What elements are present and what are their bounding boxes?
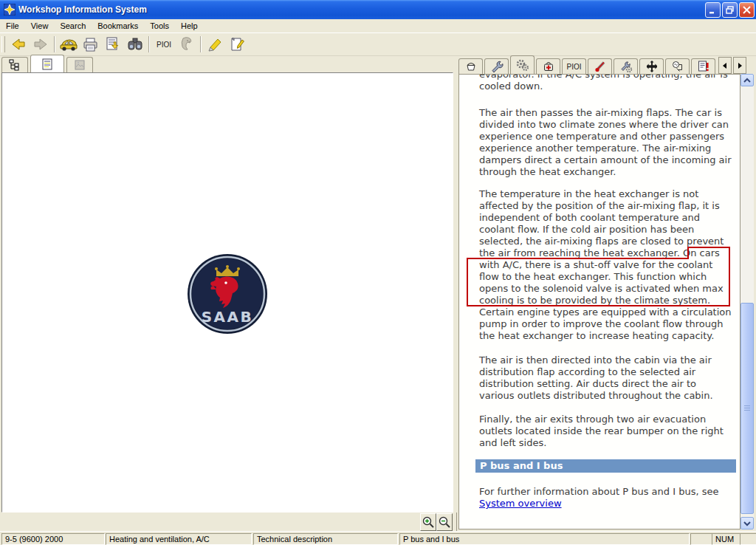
special-tools-icon (619, 60, 633, 73)
paragraph-air-mixing: The air then passes the air-mixing flaps… (479, 107, 739, 178)
pioi-button-label: PIOI (157, 41, 171, 49)
minimize-icon (708, 5, 718, 15)
back-button[interactable] (7, 34, 30, 55)
menu-help[interactable]: Help (175, 20, 204, 32)
restore-button[interactable] (722, 2, 738, 18)
system-overview-link[interactable]: System overview (479, 498, 562, 509)
vehicle-button[interactable] (58, 34, 80, 55)
status-topic: P bus and I bus (399, 533, 690, 545)
document-download-icon (104, 35, 122, 53)
thermometer-icon (594, 60, 607, 73)
tabs-scroll-right-button[interactable] (733, 57, 746, 74)
status-bar: 9-5 (9600) 2000 Heating and ventilation,… (0, 531, 756, 545)
tab-thermometer[interactable] (588, 58, 612, 74)
tab-first-aid[interactable] (536, 58, 560, 74)
tab-document-alert[interactable] (691, 58, 715, 74)
tab-tree-view[interactable] (1, 57, 28, 72)
image-view-icon (74, 59, 86, 71)
forward-button[interactable] (30, 34, 52, 55)
tab-wrench[interactable] (484, 58, 509, 74)
close-icon (742, 5, 752, 15)
highlight-button[interactable] (204, 34, 226, 55)
menu-bookmarks[interactable]: Bookmarks (92, 20, 144, 32)
pot-icon (464, 60, 478, 73)
status-resize-area (740, 533, 756, 545)
minimize-button[interactable] (705, 2, 721, 18)
forward-arrow-icon (32, 35, 49, 53)
document-tabs: PIOI (458, 56, 746, 74)
window-title: Workshop Information System (18, 4, 147, 15)
paragraph-air-evacuation: Finally, the air exits through two air e… (479, 414, 739, 449)
car-icon (59, 35, 78, 53)
saab-wordmark: SAAB (202, 308, 254, 326)
scroll-up-button[interactable] (740, 74, 754, 86)
tab-pioi[interactable]: PIOI (562, 58, 586, 74)
notes-button[interactable] (226, 34, 248, 55)
toolbar-separator (54, 36, 55, 52)
binoculars-icon (126, 35, 144, 53)
document-content: evaporator. If the A/C system is operati… (459, 75, 740, 529)
paragraph-air-distribution: The air is then directed into the cabin … (479, 354, 739, 402)
left-view-tabs (1, 56, 95, 72)
menu-bar: File View Search Bookmarks Tools Help (0, 19, 756, 33)
scroll-up-icon (743, 78, 751, 83)
document-view-icon (41, 58, 53, 70)
toolbar-grip (1, 36, 5, 52)
phone-button[interactable] (176, 34, 198, 55)
app-star-icon (4, 4, 16, 16)
back-arrow-icon (10, 35, 27, 53)
toolbar-separator (200, 36, 202, 52)
status-num-lock: NUM (712, 533, 740, 545)
paragraph-further-info: For further information about P bus and … (479, 486, 739, 510)
document-alert-icon (697, 60, 710, 73)
scroll-left-icon (721, 62, 729, 69)
status-doc-type: Technical description (253, 533, 398, 545)
document-panel: evaporator. If the A/C system is operati… (458, 74, 740, 529)
tree-view-icon (9, 59, 21, 71)
menu-search[interactable]: Search (54, 20, 92, 32)
tab-document-view[interactable] (30, 55, 64, 72)
status-section: Heating and ventilation, A/C (106, 533, 252, 545)
main-toolbar: PIOI (0, 33, 756, 56)
menu-file[interactable]: File (0, 20, 25, 32)
printer-icon (82, 35, 100, 53)
menu-tools[interactable]: Tools (144, 20, 175, 32)
paragraph-evaporator: evaporator. If the A/C system is operati… (479, 74, 739, 92)
scroll-right-icon (736, 62, 743, 69)
scrollbar-thumb[interactable] (740, 303, 754, 514)
print-button[interactable] (80, 34, 102, 55)
close-button[interactable] (739, 2, 755, 18)
restore-icon (725, 5, 735, 15)
circuit-icon (671, 60, 684, 73)
phone-icon (178, 35, 196, 53)
tab-special-tools[interactable] (614, 58, 638, 74)
zoom-in-icon (422, 515, 435, 529)
tabs-scroll-left-button[interactable] (718, 57, 732, 74)
scroll-down-button[interactable] (740, 517, 754, 529)
highlighter-icon (206, 35, 224, 53)
gears-icon (515, 58, 530, 72)
tab-circuit[interactable] (665, 58, 690, 74)
title-bar[interactable]: Workshop Information System (0, 0, 756, 19)
saab-logo: SAAB (187, 253, 268, 335)
vertical-scrollbar[interactable] (740, 74, 754, 529)
further-info-text: For further information about P bus and … (479, 486, 718, 497)
export-document-button[interactable] (102, 34, 124, 55)
panel-divider (456, 513, 457, 531)
tab-gears-technical-description[interactable] (510, 55, 535, 74)
menu-view[interactable]: View (25, 20, 55, 32)
toolbar-separator (148, 36, 150, 52)
pioi-button[interactable]: PIOI (152, 34, 176, 55)
paragraph-heat-exchanger: The temperature in the heat exchanger is… (479, 188, 739, 342)
zoom-out-button[interactable] (436, 513, 453, 531)
tab-move[interactable] (639, 58, 664, 74)
tab-pot[interactable] (458, 58, 483, 74)
search-button[interactable] (124, 34, 146, 55)
pioi-tab-label: PIOI (566, 63, 581, 71)
wrench-icon (490, 60, 504, 73)
zoom-in-button[interactable] (420, 513, 436, 531)
tab-image-view[interactable] (66, 57, 93, 72)
zoom-out-icon (438, 515, 451, 529)
move-arrows-icon (645, 60, 659, 73)
status-vehicle-model: 9-5 (9600) 2000 (1, 533, 105, 545)
